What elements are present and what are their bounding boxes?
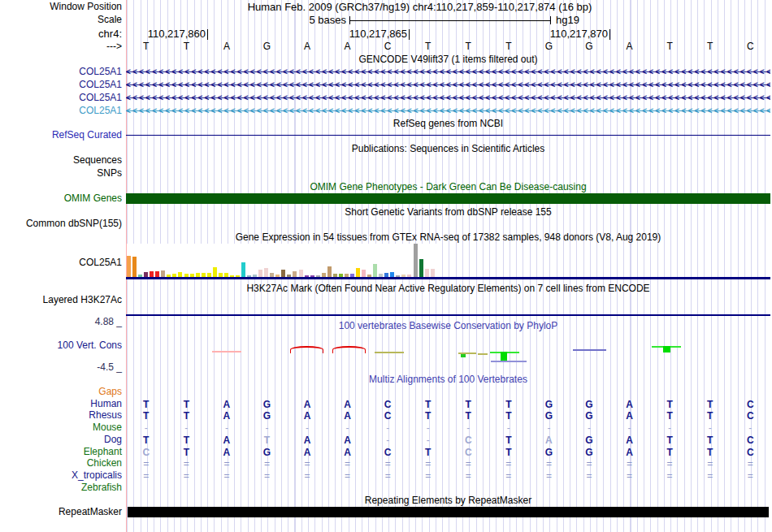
multiz-base: =: [662, 470, 677, 482]
multiz-base: =: [461, 458, 475, 469]
multiz-base: A: [219, 410, 234, 422]
gene-label[interactable]: COL25A1: [0, 80, 122, 90]
multiz-base: A: [340, 399, 355, 410]
multiz-species-label[interactable]: Chicken: [0, 458, 122, 469]
scale-bar-tick-left: [349, 16, 350, 24]
multiz-species-label[interactable]: Mouse: [0, 422, 122, 433]
multiz-base: T: [662, 435, 677, 446]
gtex-tissue-bar: [419, 259, 423, 277]
gtex-tissue-bar: [150, 271, 154, 277]
sequence-base: T: [501, 41, 517, 52]
multiz-base: T: [421, 410, 436, 422]
multiz-base: T: [662, 447, 677, 458]
multiz-base: G: [582, 410, 596, 422]
multiz-species-label[interactable]: Dog: [0, 435, 122, 445]
multiz-base: -: [380, 422, 395, 434]
gtex-track-title[interactable]: Gene Expression in 54 tissues from GTEx …: [126, 232, 770, 243]
gtex-tissue-bar: [241, 262, 245, 277]
multiz-base: T: [139, 410, 154, 422]
multiz-track-title[interactable]: Multiz Alignments of 100 Vertebrates: [126, 374, 770, 385]
multiz-base: T: [703, 447, 718, 458]
gencode-track-title[interactable]: GENCODE V49lift37 (1 items filtered out): [126, 54, 770, 65]
gtex-tissue-bar: [281, 270, 285, 277]
multiz-base: A: [300, 410, 314, 422]
multiz-species-label[interactable]: X_tropicalis: [0, 470, 122, 481]
multiz-base: =: [139, 470, 154, 482]
multiz-base: =: [461, 470, 475, 482]
multiz-base: T: [501, 435, 516, 446]
multiz-base: C: [743, 435, 757, 446]
multiz-base: G: [541, 399, 556, 410]
multiz-base: -: [421, 435, 436, 446]
multiz-base: T: [461, 399, 475, 410]
h3k27ac-label[interactable]: Layered H3K27Ac: [0, 295, 122, 305]
repeatmasker-bar[interactable]: [128, 507, 769, 517]
multiz-base: G: [582, 447, 596, 458]
multiz-base: =: [340, 458, 355, 469]
ruler-coordinate: 110,217,870: [550, 28, 608, 39]
multiz-base: -: [743, 422, 757, 434]
multiz-base: A: [340, 435, 355, 446]
multiz-base: T: [662, 410, 677, 422]
phylop-max-label: 4.88 _: [0, 317, 122, 327]
gene-exon-row[interactable]: <<<<<<<<<<<<<<<<<<<<<<<<<<<<<<<<<<<<<<<<…: [126, 93, 770, 103]
multiz-species-label[interactable]: Rhesus: [0, 410, 122, 421]
multiz-base: -: [622, 422, 637, 434]
multiz-base: =: [703, 458, 718, 469]
scale-label: Scale: [0, 15, 122, 25]
gene-label[interactable]: COL25A1: [0, 106, 122, 116]
multiz-base: C: [743, 447, 757, 458]
omim-gene-bar[interactable]: [126, 193, 770, 204]
multiz-base: A: [300, 447, 314, 458]
multiz-base: -: [501, 422, 516, 434]
omim-track-title[interactable]: OMIM Gene Phenotypes - Dark Green Can Be…: [126, 182, 770, 192]
multiz-base: =: [219, 470, 234, 482]
sequence-base: A: [340, 41, 356, 52]
multiz-base: A: [219, 447, 234, 458]
multiz-base: T: [461, 410, 475, 422]
multiz-base: C: [743, 399, 757, 410]
multiz-base: =: [622, 470, 637, 482]
refseq-track-title[interactable]: RefSeq genes from NCBI: [126, 119, 770, 129]
gene-exon-row[interactable]: <<<<<<<<<<<<<<<<<<<<<<<<<<<<<<<<<<<<<<<<…: [126, 106, 770, 116]
snps-label[interactable]: SNPs: [0, 168, 122, 179]
dbsnp-track-title[interactable]: Short Genetic Variants from dbSNP releas…: [126, 207, 770, 218]
phylop-label[interactable]: 100 Vert. Cons: [0, 340, 122, 351]
multiz-species-label[interactable]: Gaps: [0, 387, 122, 397]
phylop-min-label: -4.5 _: [0, 362, 122, 373]
multiz-species-label[interactable]: Human: [0, 399, 122, 409]
multiz-base: T: [421, 447, 436, 458]
gtex-tissue-bar: [373, 264, 377, 277]
multiz-species-label[interactable]: Elephant: [0, 447, 122, 457]
refseq-gene-line[interactable]: [126, 135, 770, 136]
h3k27ac-baseline: [126, 314, 770, 316]
phylop-mark: [501, 352, 507, 361]
multiz-base: G: [582, 399, 596, 410]
multiz-base: -: [139, 422, 154, 434]
sequences-label[interactable]: Sequences: [0, 155, 122, 166]
multiz-base: =: [541, 470, 556, 482]
gene-label[interactable]: COL25A1: [0, 67, 122, 77]
multiz-base: G: [541, 447, 556, 458]
multiz-base: =: [259, 458, 274, 469]
multiz-species-label[interactable]: Zebrafish: [0, 482, 122, 493]
repeatmasker-label[interactable]: RepeatMasker: [0, 507, 122, 517]
refseq-curated-label[interactable]: RefSeq Curated: [0, 130, 122, 141]
publications-track-title[interactable]: Publications: Sequences in Scientific Ar…: [126, 144, 770, 154]
phylop-track-title[interactable]: 100 vertebrates Basewise Conservation by…: [126, 321, 770, 331]
gene-exon-row[interactable]: <<<<<<<<<<<<<<<<<<<<<<<<<<<<<<<<<<<<<<<<…: [126, 67, 770, 77]
gtex-gene-label[interactable]: COL25A1: [0, 257, 122, 268]
gene-label[interactable]: COL25A1: [0, 93, 122, 103]
multiz-base: T: [703, 399, 718, 410]
repeatmasker-track-title[interactable]: Repeating Elements by RepeatMasker: [126, 495, 770, 506]
assembly-label: hg19: [556, 15, 579, 25]
h3k27ac-track-title[interactable]: H3K27Ac Mark (Often Found Near Active Re…: [126, 283, 770, 294]
gene-exon-row[interactable]: <<<<<<<<<<<<<<<<<<<<<<<<<<<<<<<<<<<<<<<<…: [126, 80, 770, 90]
gtex-bar-chart[interactable]: [126, 244, 770, 277]
multiz-base: C: [139, 447, 154, 458]
phylop-mark: [290, 346, 323, 353]
scale-value: 5 bases: [309, 15, 346, 25]
multiz-base: C: [380, 410, 395, 422]
dbsnp-label[interactable]: Common dbSNP(155): [0, 218, 122, 229]
omim-genes-label[interactable]: OMIM Genes: [0, 193, 122, 204]
